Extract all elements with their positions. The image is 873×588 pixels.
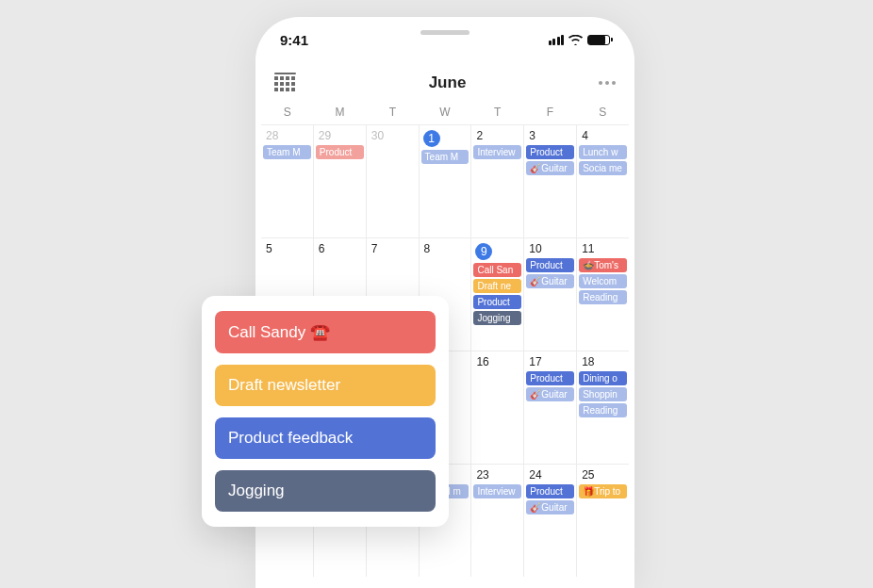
calendar-event[interactable]: Product bbox=[526, 484, 574, 498]
calendar-event[interactable]: Call San bbox=[473, 263, 521, 277]
day-cell[interactable]: 16 bbox=[471, 351, 524, 464]
calendar-event[interactable]: Dining o bbox=[579, 371, 627, 385]
view-grid-icon[interactable] bbox=[274, 73, 296, 93]
calendar-event[interactable]: Interview bbox=[473, 145, 521, 159]
weekday-label: T bbox=[471, 106, 524, 119]
calendar-toolbar: June bbox=[255, 62, 634, 104]
day-cell[interactable]: 10Product🎸Guitar bbox=[524, 238, 577, 351]
battery-icon bbox=[587, 35, 610, 45]
day-cell[interactable]: 18Dining oShoppinReading bbox=[577, 351, 629, 464]
weekday-label: T bbox=[366, 106, 419, 119]
weekday-label: S bbox=[576, 106, 629, 119]
day-number: 18 bbox=[579, 355, 627, 368]
day-cell[interactable]: 29Product bbox=[314, 125, 367, 237]
calendar-event[interactable]: 🎸Guitar bbox=[526, 161, 574, 175]
day-number: 3 bbox=[526, 129, 574, 142]
calendar-event[interactable]: Shoppin bbox=[579, 387, 627, 401]
day-cell[interactable]: 24Product🎸Guitar bbox=[524, 465, 577, 577]
day-number: 17 bbox=[526, 355, 574, 368]
day-number: 7 bbox=[369, 242, 417, 255]
day-cell[interactable]: 2Interview bbox=[471, 125, 524, 237]
more-icon[interactable] bbox=[599, 81, 616, 85]
weekday-label: W bbox=[419, 106, 471, 119]
calendar-event[interactable]: Socia me bbox=[579, 161, 627, 175]
weekday-header: S M T W T F S bbox=[255, 106, 634, 119]
wifi-icon bbox=[568, 35, 583, 45]
calendar-event[interactable]: Jogging bbox=[473, 311, 521, 325]
calendar-event[interactable]: 🍲Tom's bbox=[579, 258, 627, 272]
day-number: 4 bbox=[579, 129, 627, 142]
calendar-event[interactable]: Team M bbox=[263, 145, 311, 159]
calendar-event[interactable]: Product bbox=[526, 371, 574, 385]
calendar-event[interactable]: Reading bbox=[579, 403, 627, 417]
day-number: 28 bbox=[263, 129, 311, 142]
month-title[interactable]: June bbox=[429, 74, 467, 92]
calendar-event[interactable]: Reading bbox=[579, 290, 627, 304]
day-cell[interactable]: 3Product🎸Guitar bbox=[524, 125, 577, 237]
device-speaker bbox=[420, 30, 469, 35]
status-time: 9:41 bbox=[280, 32, 308, 48]
event-popup[interactable]: Call Sandy ☎️Draft newsletterProduct fee… bbox=[202, 296, 449, 527]
popup-event-item[interactable]: Product feedback bbox=[215, 417, 436, 459]
calendar-event[interactable]: Product bbox=[526, 145, 574, 159]
day-number: 10 bbox=[526, 242, 574, 255]
day-number: 1 bbox=[423, 130, 440, 147]
calendar-event[interactable]: Interview bbox=[473, 484, 521, 498]
day-cell[interactable]: 23Interview bbox=[471, 465, 524, 577]
day-number: 23 bbox=[473, 468, 521, 482]
calendar-event[interactable]: Team M bbox=[421, 150, 469, 164]
day-cell[interactable]: 25🎁Trip to bbox=[577, 465, 629, 577]
calendar-event[interactable]: 🎁Trip to bbox=[579, 484, 627, 498]
weekday-label: F bbox=[524, 106, 577, 119]
calendar-event[interactable]: Draft ne bbox=[473, 279, 521, 293]
day-cell[interactable]: 28Team M bbox=[261, 125, 314, 237]
day-number: 11 bbox=[579, 242, 627, 255]
popup-event-item[interactable]: Call Sandy ☎️ bbox=[215, 311, 436, 353]
calendar-event[interactable]: 🎸Guitar bbox=[526, 500, 574, 514]
calendar-event[interactable]: Product bbox=[316, 145, 364, 159]
day-number: 5 bbox=[263, 242, 311, 255]
calendar-event[interactable]: Welcom bbox=[579, 274, 627, 288]
calendar-event[interactable]: 🎸Guitar bbox=[526, 387, 574, 401]
status-indicators bbox=[549, 35, 611, 45]
calendar-event[interactable]: Lunch w bbox=[579, 145, 627, 159]
cellular-signal-icon bbox=[549, 35, 565, 45]
day-cell[interactable]: 4Lunch wSocia me bbox=[577, 125, 629, 237]
calendar-event[interactable]: Product bbox=[526, 258, 574, 272]
weekday-label: M bbox=[314, 106, 367, 119]
day-cell[interactable]: 30 bbox=[367, 125, 420, 237]
day-number: 8 bbox=[421, 242, 469, 255]
day-number: 24 bbox=[526, 468, 574, 482]
day-number: 2 bbox=[473, 129, 521, 142]
week-row: 28Team M29Product301Team M2Interview3Pro… bbox=[261, 124, 629, 237]
day-number: 29 bbox=[316, 129, 364, 142]
day-number: 6 bbox=[316, 242, 364, 255]
day-cell[interactable]: 9Call SanDraft neProductJogging bbox=[471, 238, 524, 351]
day-number: 16 bbox=[473, 355, 521, 368]
calendar-event[interactable]: 🎸Guitar bbox=[526, 274, 574, 288]
day-cell[interactable]: 17Product🎸Guitar bbox=[524, 351, 577, 464]
day-number: 25 bbox=[579, 468, 627, 482]
day-number: 30 bbox=[369, 129, 417, 142]
day-cell[interactable]: 1Team M bbox=[420, 125, 472, 237]
popup-event-item[interactable]: Jogging bbox=[215, 470, 436, 512]
calendar-event[interactable]: Product bbox=[473, 295, 521, 309]
popup-event-item[interactable]: Draft newsletter bbox=[215, 365, 436, 406]
day-number: 9 bbox=[475, 243, 492, 260]
weekday-label: S bbox=[261, 106, 314, 119]
day-cell[interactable]: 11🍲Tom'sWelcomReading bbox=[577, 238, 629, 351]
